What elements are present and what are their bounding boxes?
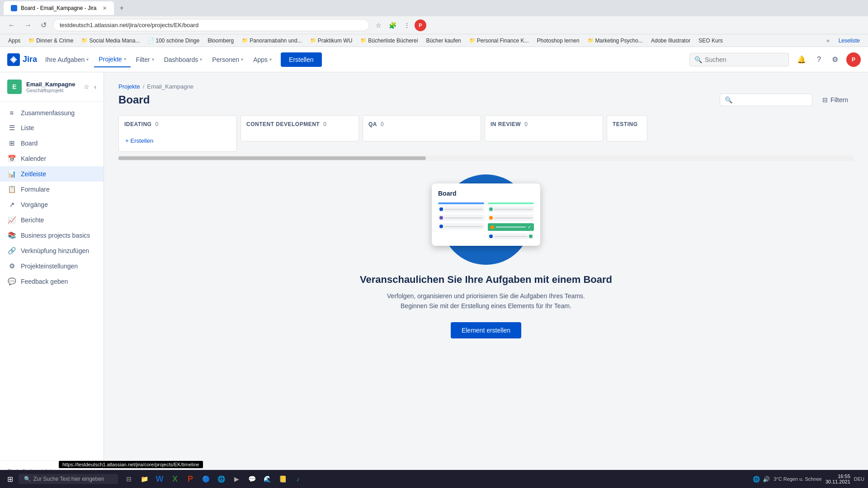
breadcrumb-current: Email_Kampagne: [147, 83, 193, 90]
profile-button[interactable]: P: [415, 19, 426, 31]
taskbar-time: 16:55 30.11.2021: [826, 474, 850, 484]
reload-button[interactable]: ↺: [38, 19, 49, 31]
bookmark-leseliste[interactable]: Leseliste: [835, 37, 863, 45]
nav-ihre-aufgaben[interactable]: Ihre Aufgaben ▾: [41, 52, 93, 67]
project-icon: E: [7, 80, 22, 94]
taskbar-search[interactable]: 🔍 Zur Suche Text hier eingeben: [19, 474, 118, 484]
breadcrumb-root[interactable]: Projekte: [118, 83, 140, 90]
bookmark-bucher1[interactable]: 📁 Bücherliste Bücherei: [357, 37, 421, 45]
sidebar-item-zusammenfassung[interactable]: ≡ Zusammenfassung: [0, 105, 104, 120]
board-search-input[interactable]: [735, 96, 807, 103]
horizontal-scrollbar[interactable]: [118, 155, 854, 161]
board-search-box[interactable]: 🔍: [720, 94, 812, 106]
taskbar-app-stream[interactable]: ▶: [229, 472, 244, 486]
help-button[interactable]: ?: [814, 53, 824, 66]
overlay-description: Verfolgen, organisieren und priorisieren…: [377, 291, 594, 311]
address-bar[interactable]: testdeutsch1.atlassian.net/jira/core/pro…: [53, 19, 369, 31]
top-nav: Jira Ihre Aufgaben ▾ Projekte ▾ Filter ▾…: [0, 47, 868, 72]
sidebar-item-feedback[interactable]: 💬 Feedback geben: [0, 274, 104, 289]
taskbar-app-word[interactable]: W: [152, 472, 167, 486]
browser-tab[interactable]: Board - Email_Kampagne - Jira ✕: [4, 1, 114, 15]
taskbar-app-notes[interactable]: 📒: [275, 472, 290, 486]
bookmark-seo[interactable]: SEO Kurs: [695, 37, 726, 45]
start-button[interactable]: ⊞: [4, 473, 17, 485]
sidebar-item-vorgange[interactable]: ↗ Vorgänge: [0, 197, 104, 212]
bookmark-illustrator[interactable]: Adobe Illustrator: [647, 37, 694, 45]
bar: [496, 226, 526, 228]
dot-orange: [489, 216, 493, 220]
bookmarks-more-btn[interactable]: »: [824, 37, 832, 45]
taskbar-app-explorer[interactable]: 📁: [137, 472, 151, 486]
tab-title: Board - Email_Kampagne - Jira: [21, 5, 96, 11]
bookmark-schone[interactable]: 📄 100 schöne Dinge: [144, 37, 203, 45]
taskbar-app-teams[interactable]: 💬: [245, 472, 259, 486]
star-icon[interactable]: ☆: [84, 83, 90, 90]
chevron-left-icon[interactable]: ‹: [94, 83, 96, 90]
column-testing: TESTING: [607, 115, 647, 141]
page-actions: 🔍 ⊟ Filtern: [720, 94, 854, 106]
forward-button[interactable]: →: [22, 19, 34, 31]
breadcrumb-separator: /: [143, 83, 145, 90]
sidebar-item-board[interactable]: ⊞ Board: [0, 136, 104, 151]
notifications-button[interactable]: 🔔: [794, 52, 809, 66]
nav-projekte[interactable]: Projekte ▾: [94, 52, 130, 67]
bar: [444, 209, 483, 210]
bookmark-dinner[interactable]: 📁 Dinner & Crime: [25, 37, 77, 45]
search-icon: 🔍: [694, 56, 702, 63]
bookmark-bucher2[interactable]: Bücher kaufen: [422, 37, 464, 45]
user-avatar[interactable]: P: [846, 52, 861, 67]
nav-personen[interactable]: Personen ▾: [208, 52, 248, 67]
bookmark-finance[interactable]: 📁 Personal Finance K...: [466, 37, 533, 45]
sidebar-item-projekteinstellungen[interactable]: ⚙ Projekteinstellungen: [0, 258, 104, 274]
taskbar-app-edge[interactable]: 🌊: [260, 472, 274, 486]
bar: [444, 217, 483, 219]
bookmark-apps[interactable]: Apps: [5, 37, 24, 45]
sidebar-item-zeitleiste[interactable]: 📊 Zeitleiste: [0, 166, 104, 182]
nav-apps[interactable]: Apps ▾: [249, 52, 276, 67]
bookmark-bloomberg[interactable]: Bloomberg: [204, 37, 237, 45]
nav-dashboards[interactable]: Dashboards ▾: [160, 52, 207, 67]
filter-button[interactable]: ⊟ Filtern: [817, 94, 854, 106]
taskbar-app-chrome[interactable]: 🌐: [214, 472, 228, 486]
taskbar-app-taskview[interactable]: ⊟: [122, 472, 136, 486]
search-input[interactable]: [705, 56, 784, 63]
create-button[interactable]: Erstellen: [281, 52, 321, 67]
bookmark-social[interactable]: 📁 Social Media Mana...: [78, 37, 143, 45]
settings-btn[interactable]: ⋮: [401, 20, 413, 31]
bar: [494, 217, 533, 219]
taskbar-app-unknown[interactable]: 🔵: [198, 472, 213, 486]
tab-close-btn[interactable]: ✕: [103, 5, 107, 11]
extensions-btn[interactable]: 🧩: [386, 20, 399, 31]
dot-blue: [439, 207, 443, 211]
dot-blue3: [489, 235, 493, 238]
sidebar-nav: ≡ Zusammenfassung ☰ Liste ⊞ Board 📅 Kale…: [0, 102, 104, 293]
sidebar-item-business-basics[interactable]: 📚 Business projects basics: [0, 228, 104, 243]
sidebar-item-berichte[interactable]: 📈 Berichte: [0, 212, 104, 228]
nav-filter[interactable]: Filter ▾: [132, 52, 159, 67]
bookmark-btn[interactable]: ☆: [373, 20, 384, 31]
bookmark-praktikum[interactable]: 📁 Praktikum WU: [307, 37, 356, 45]
sidebar-item-liste[interactable]: ☰ Liste: [0, 120, 104, 136]
overlay-create-button[interactable]: Element erstellen: [451, 322, 521, 338]
create-issue-ideating[interactable]: + Erstellen: [124, 136, 231, 146]
bookmark-marketing[interactable]: 📁 Marketing Psycho...: [584, 37, 646, 45]
new-tab-button[interactable]: +: [117, 3, 126, 13]
jira-logo[interactable]: Jira: [7, 53, 37, 66]
board-icon: ⊞: [7, 139, 16, 147]
settings-nav-button[interactable]: ⚙: [829, 52, 841, 66]
bookmark-panorama[interactable]: 📁 Panoramabahn und...: [238, 37, 305, 45]
board-preview-card: Board: [432, 183, 540, 246]
bookmark-photoshop[interactable]: Photoshop lernen: [533, 37, 583, 45]
tab-favicon: [11, 5, 17, 11]
mini-lane-right: ✓: [488, 202, 534, 239]
sidebar-item-verknupfung[interactable]: 🔗 Verknüpfung hinzufügen: [0, 243, 104, 258]
board-search-icon: 🔍: [725, 96, 732, 103]
sidebar-item-kalender[interactable]: 📅 Kalender: [0, 151, 104, 166]
taskbar-app-powerpoint[interactable]: P: [183, 472, 198, 486]
taskbar-app-spotify[interactable]: ♪: [291, 472, 305, 486]
sidebar-item-formulare[interactable]: 📋 Formulare: [0, 182, 104, 197]
back-button[interactable]: ←: [5, 19, 18, 31]
taskbar-app-excel[interactable]: X: [168, 472, 182, 486]
column-qa: QA 0: [363, 115, 481, 141]
search-box[interactable]: 🔍: [689, 53, 789, 66]
